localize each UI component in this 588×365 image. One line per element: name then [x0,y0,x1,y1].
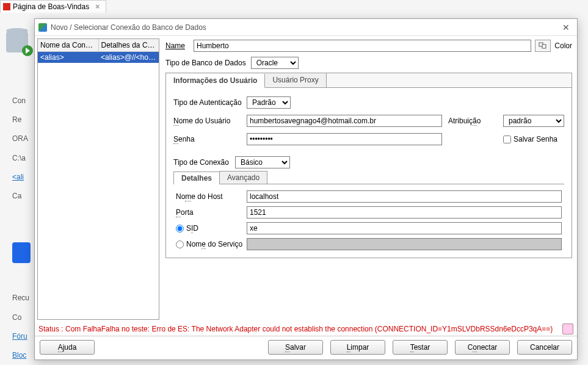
host-label: Nome do Host [176,192,243,201]
role-label: Atribuição [448,117,497,125]
role-select[interactable]: padrão [503,115,564,127]
username-label: Nome do Usuário [173,117,241,125]
help-button[interactable]: Ajuda [40,340,95,355]
port-label: Porta [176,208,243,217]
password-input[interactable] [247,133,442,145]
svg-rect-1 [542,45,546,48]
port-input[interactable] [247,206,562,219]
dialog-title: Novo / Selecionar Conexão do Banco de Da… [51,23,559,32]
username-input[interactable] [247,115,442,127]
connection-dialog: Novo / Selecionar Conexão do Banco de Da… [34,18,578,360]
play-icon [22,45,33,56]
connect-button[interactable]: Conectar [455,340,510,355]
auth-label: Tipo de Autenticação [173,98,241,107]
tab-user-info[interactable]: Informações do Usuário [166,74,265,88]
sid-input[interactable] [247,222,562,234]
service-input [247,238,562,250]
col-header-name[interactable]: Nome da Conexão [38,39,99,51]
host-input[interactable] [247,190,562,203]
background-tab[interactable]: Página de Boas-Vindas × [0,0,106,13]
name-label: Name [165,42,190,50]
test-button[interactable]: Testar [393,340,448,355]
save-button[interactable]: Salvar [268,340,323,355]
sid-radio[interactable] [176,225,184,233]
details-panel: Nome do Host Porta SID Nome do Serviço [173,184,564,253]
col-header-details[interactable]: Detalhes da Con... [99,39,159,51]
color-swatch-button[interactable] [535,40,551,52]
user-info-panel: Tipo de Autenticação Padrão Nome do Usuá… [165,87,572,258]
close-icon[interactable]: × [95,2,100,11]
dbtype-label: Tipo de Banco de Dados [165,59,246,67]
service-radio[interactable] [176,240,184,248]
connection-row-selected[interactable]: <alias> <alias>@//<host... [38,52,159,63]
conn-type-select[interactable]: Básico [235,156,290,168]
subtab-advanced[interactable]: Avançado [219,171,267,184]
name-input[interactable] [194,40,531,52]
row-details: <alias>@//<host... [98,52,159,63]
background-hints: Con Re ORA C:\a <ali Ca Recu Co Fóru Blo… [12,92,31,365]
copy-status-icon[interactable] [562,323,573,334]
color-label: Color [554,42,572,50]
sid-label: SID [186,224,198,233]
cancel-button[interactable]: Cancelar [517,340,572,355]
save-password-checkbox[interactable] [503,136,511,143]
clear-button[interactable]: Limpar [330,340,385,355]
status-text: Status : Com FalhaFalha no teste: Erro d… [38,325,557,333]
auth-select[interactable]: Padrão [247,96,291,109]
close-icon[interactable]: ✕ [559,23,573,32]
user-tabs: Informações do Usuário Usuário Proxy [165,73,572,87]
save-password-label: Salvar Senha [514,135,557,143]
dbtype-select[interactable]: Oracle [251,57,299,69]
subtab-details[interactable]: Detalhes [173,172,220,184]
password-label: Senha [173,135,241,143]
dialog-icon [38,23,47,32]
row-name: <alias> [38,52,98,63]
bg-tab-title: Página de Boas-Vindas [13,2,89,11]
service-label: Nome do Serviço [186,240,242,248]
app-icon [3,3,10,10]
dialog-titlebar: Novo / Selecionar Conexão do Banco de Da… [35,19,577,36]
connection-list[interactable]: Nome da Conexão Detalhes da Con... <alia… [37,38,159,320]
conn-type-label: Tipo de Conexão [173,158,229,167]
tab-proxy-user[interactable]: Usuário Proxy [265,73,326,87]
